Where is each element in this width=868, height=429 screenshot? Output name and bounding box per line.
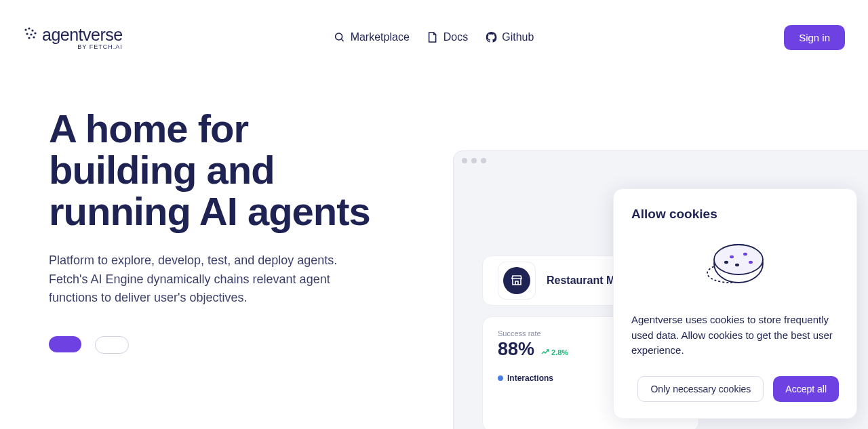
cookie-buttons: Only necessary cookies Accept all — [631, 376, 839, 402]
hero-title: A home for building and running AI agent… — [49, 108, 385, 232]
cookie-text: Agentverse uses cookies to store frequen… — [631, 312, 839, 359]
store-icon — [503, 267, 530, 294]
svg-point-17 — [724, 261, 728, 264]
agent-icon-container — [498, 262, 536, 300]
cookie-accept-button[interactable]: Accept all — [773, 376, 839, 402]
svg-point-16 — [735, 264, 739, 266]
svg-point-15 — [749, 261, 753, 264]
hero-section: A home for building and running AI agent… — [0, 0, 434, 354]
cookie-icon — [698, 238, 772, 295]
nav-docs-label: Docs — [443, 31, 468, 43]
window-controls — [454, 151, 868, 170]
cookie-illustration — [631, 238, 839, 295]
legend-label: Interactions — [507, 373, 553, 383]
cookie-title: Allow cookies — [631, 207, 839, 222]
hero-primary-button[interactable] — [49, 336, 81, 352]
cookie-necessary-button[interactable]: Only necessary cookies — [637, 376, 764, 402]
hero-secondary-button[interactable] — [95, 336, 129, 354]
cookie-dialog: Allow cookies Agentverse uses cookies to… — [613, 188, 857, 419]
svg-point-14 — [743, 253, 747, 256]
window-dot-icon — [462, 158, 467, 163]
legend-dot-icon — [498, 375, 503, 381]
hero-subtitle: Platform to explore, develop, test, and … — [49, 251, 347, 308]
stat-change-value: 2.8% — [551, 348, 568, 356]
svg-point-13 — [730, 256, 734, 258]
hero-buttons — [49, 336, 385, 354]
trend-up-icon — [541, 348, 549, 356]
github-icon — [486, 32, 496, 43]
stat-change: 2.8% — [541, 348, 568, 356]
sign-in-button[interactable]: Sign in — [784, 25, 845, 50]
stat-value: 88% — [498, 339, 534, 360]
nav-github[interactable]: Github — [486, 31, 534, 43]
window-dot-icon — [481, 158, 486, 163]
nav-github-label: Github — [502, 31, 534, 43]
window-dot-icon — [471, 158, 477, 163]
svg-point-12 — [714, 245, 763, 274]
